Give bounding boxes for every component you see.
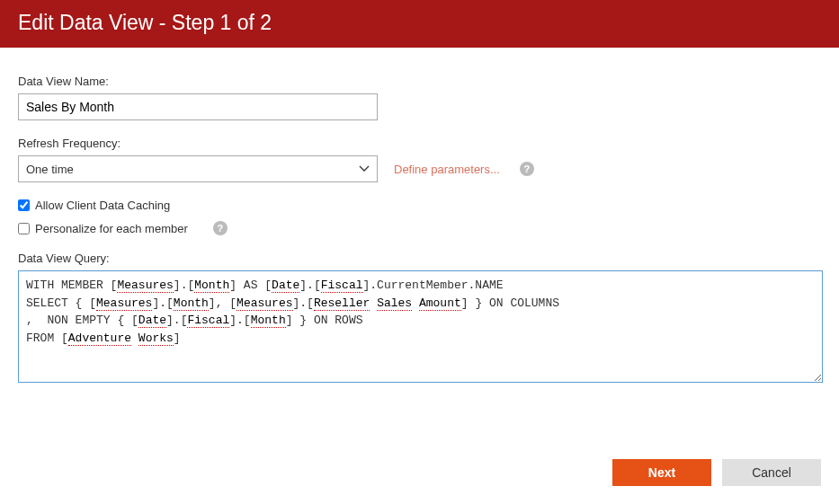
personalize-row[interactable]: Personalize for each member ? xyxy=(18,221,821,235)
query-label: Data View Query: xyxy=(18,252,821,265)
cancel-button[interactable]: Cancel xyxy=(722,459,821,486)
next-button[interactable]: Next xyxy=(612,459,711,486)
name-group: Data View Name: xyxy=(18,75,821,120)
name-label: Data View Name: xyxy=(18,75,821,88)
allow-cache-checkbox[interactable] xyxy=(18,199,30,211)
personalize-label: Personalize for each member xyxy=(35,222,188,235)
refresh-group: Refresh Frequency: One time Define param… xyxy=(18,137,821,182)
query-textarea[interactable]: WITH MEMBER [Measures].[Month] AS [Date]… xyxy=(18,270,823,383)
allow-cache-row[interactable]: Allow Client Data Caching xyxy=(18,199,821,212)
personalize-checkbox[interactable] xyxy=(18,223,30,234)
allow-cache-label: Allow Client Data Caching xyxy=(35,199,170,212)
dialog-header: Edit Data View - Step 1 of 2 xyxy=(0,0,839,48)
refresh-value: One time xyxy=(26,163,74,176)
dialog-body: Data View Name: Refresh Frequency: One t… xyxy=(0,48,839,383)
help-icon[interactable]: ? xyxy=(213,221,228,235)
chevron-down-icon xyxy=(359,165,370,172)
query-group: Data View Query: WITH MEMBER [Measures].… xyxy=(18,252,821,383)
dialog-footer: Next Cancel xyxy=(612,459,821,486)
help-icon[interactable]: ? xyxy=(520,162,534,176)
define-parameters-link[interactable]: Define parameters... xyxy=(394,163,500,176)
name-input[interactable] xyxy=(18,93,378,120)
refresh-dropdown[interactable]: One time xyxy=(18,155,378,182)
refresh-label: Refresh Frequency: xyxy=(18,137,821,150)
dialog-title: Edit Data View - Step 1 of 2 xyxy=(18,11,272,34)
